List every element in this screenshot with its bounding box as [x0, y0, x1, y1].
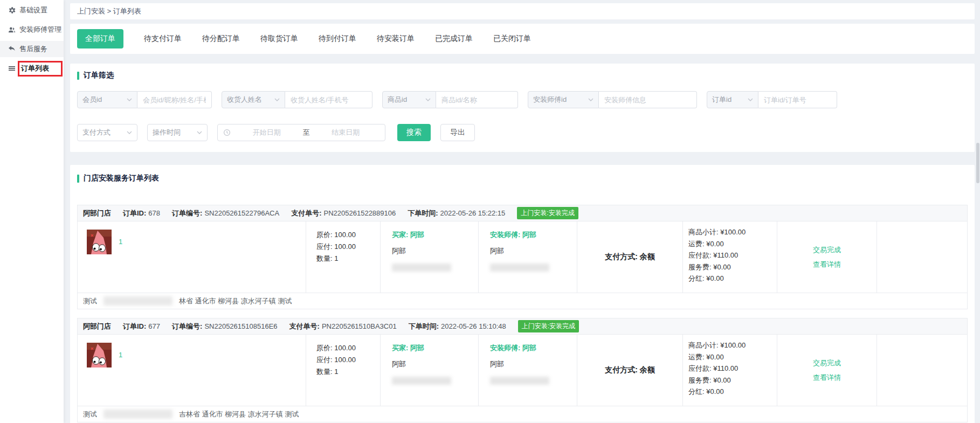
- sidebar-item-order-list[interactable]: 订单列表: [0, 60, 64, 77]
- member-id-input[interactable]: [137, 91, 212, 108]
- filter-goods-id-group: 商品id: [382, 91, 518, 108]
- price-quantity: 数量: 1: [316, 366, 380, 378]
- start-date-placeholder[interactable]: 开始日期: [233, 128, 301, 137]
- order-id: 订单ID:678: [123, 209, 160, 218]
- order-block-678: 阿部门店 订单ID:678 订单编号:SN2205261522796ACA 支付…: [77, 205, 968, 309]
- price-original: 原价: 100.00: [316, 229, 380, 241]
- sidebar: 基础设置 安装师傅管理 售后服务 订单列表: [0, 0, 64, 423]
- users-icon: [8, 26, 16, 33]
- tab-unpaid-orders[interactable]: 待支付订单: [144, 34, 182, 44]
- scrollbar-thumb[interactable]: [976, 143, 979, 183]
- tab-closed-orders[interactable]: 已关闭订单: [493, 34, 531, 44]
- chevron-down-icon: [748, 98, 753, 101]
- chevron-down-icon: [127, 98, 132, 101]
- sidebar-item-installer-management[interactable]: 安装师傅管理: [0, 22, 64, 38]
- installer-phone-blurred: [490, 377, 549, 385]
- tab-pickup-orders[interactable]: 待取货订单: [260, 34, 298, 44]
- product-cell: 1: [78, 335, 306, 406]
- tab-completed-orders[interactable]: 已完成订单: [435, 34, 473, 44]
- product-quantity: 1: [119, 238, 122, 246]
- select-value: 商品id: [388, 95, 407, 105]
- filter-row-1: 会员id 收货人姓名 商品id: [77, 91, 968, 108]
- installer-info-input[interactable]: [599, 91, 697, 108]
- gear-icon: [8, 6, 16, 14]
- order-address-row: 测试 林省 通化市 柳河县 凉水河子镇 测试: [78, 293, 967, 309]
- orders-section-title: 门店安装服务订单列表: [77, 174, 968, 183]
- empty-cell: [877, 335, 967, 406]
- order-no: 订单编号:SN2205261522796ACA: [172, 209, 279, 218]
- order-address-row: 测试 吉林省 通化市 柳河县 凉水河子镇 测试: [78, 406, 967, 422]
- installer-title: 安装师傅: 阿部: [490, 230, 577, 240]
- select-value: 支付方式: [82, 128, 111, 137]
- section-title-bar: [77, 72, 79, 80]
- select-value: 收货人姓名: [227, 95, 262, 105]
- order-block-677: 阿部门店 订单ID:677 订单编号:SN22052615108516E6 支付…: [77, 318, 968, 422]
- buyer-phone-blurred: [392, 377, 451, 385]
- goods-id-input[interactable]: [436, 91, 518, 108]
- order-id-input[interactable]: [758, 91, 837, 108]
- store-name[interactable]: 阿部门店: [83, 209, 111, 218]
- installer-cell: 安装师傅: 阿部 阿部: [479, 335, 577, 406]
- end-date-placeholder[interactable]: 结束日期: [312, 128, 380, 137]
- buyer-name: 阿部: [392, 359, 478, 369]
- order-body: 1 原价: 100.00 应付: 100.00 数量: 1 买家: 阿部 阿部 …: [78, 335, 967, 406]
- address-prefix: 测试: [83, 296, 97, 306]
- filter-receiver-name-group: 收货人姓名: [222, 91, 372, 108]
- tab-all-orders[interactable]: 全部订单: [77, 29, 123, 48]
- buyer-phone-blurred: [392, 263, 451, 272]
- store-install-order-list: 门店安装服务订单列表 阿部门店 订单ID:678 订单编号:SN22052615…: [70, 165, 975, 423]
- pay-no: 支付单号:PN2205261510BA3C01: [289, 322, 397, 331]
- price-original: 原价: 100.00: [316, 342, 380, 354]
- breadcrumb: 上门安装 > 订单列表: [70, 3, 975, 19]
- order-id-select[interactable]: 订单id: [707, 91, 758, 108]
- store-name[interactable]: 阿部门店: [83, 322, 111, 331]
- member-id-select[interactable]: 会员id: [77, 91, 137, 108]
- page-scrollbar[interactable]: [976, 0, 980, 423]
- view-detail-link[interactable]: 查看详情: [813, 373, 841, 383]
- amounts-cell: 商品小计: ¥100.00 运费: ¥0.00 应付款: ¥110.00 服务费…: [683, 221, 777, 293]
- installer-name: 阿部: [490, 359, 577, 369]
- section-title-bar: [77, 175, 79, 183]
- main-content: 上门安装 > 订单列表 全部订单 待支付订单 待分配订单 待取货订单 待到付订单…: [64, 0, 980, 423]
- select-value: 安装师傅id: [533, 95, 567, 105]
- product-cell: 1: [78, 221, 306, 293]
- sidebar-item-label: 基础设置: [19, 5, 47, 15]
- pay-method-select[interactable]: 支付方式: [77, 124, 137, 141]
- order-body: 1 原价: 100.00 应付: 100.00 数量: 1 买家: 阿部 阿部 …: [78, 221, 967, 293]
- tab-cod-orders[interactable]: 待到付订单: [319, 34, 356, 44]
- tab-pending-install-orders[interactable]: 待安装订单: [377, 34, 415, 44]
- amount-payable: 应付款: ¥110.00: [688, 249, 777, 261]
- chevron-down-icon: [197, 131, 202, 134]
- tab-unassigned-orders[interactable]: 待分配订单: [202, 34, 240, 44]
- receiver-name-input[interactable]: [285, 91, 372, 108]
- view-detail-link[interactable]: 查看详情: [813, 260, 841, 269]
- chevron-down-icon: [127, 131, 132, 134]
- sidebar-item-basic-settings[interactable]: 基础设置: [0, 2, 64, 18]
- installer-phone-blurred: [490, 263, 549, 272]
- installer-id-select[interactable]: 安装师傅id: [528, 91, 599, 108]
- price-quantity: 数量: 1: [316, 253, 380, 265]
- order-filter-panel: 订单筛选 会员id 收货人姓名 商品id: [70, 64, 975, 152]
- order-header: 阿部门店 订单ID:677 订单编号:SN22052615108516E6 支付…: [78, 318, 967, 335]
- export-button[interactable]: 导出: [440, 124, 475, 141]
- search-button[interactable]: 搜索: [397, 124, 431, 141]
- amount-subtotal: 商品小计: ¥100.00: [688, 226, 777, 238]
- sidebar-item-label: 售后服务: [19, 44, 47, 54]
- filter-title-text: 订单筛选: [84, 71, 114, 80]
- filter-installer-id-group: 安装师傅id: [528, 91, 697, 108]
- receiver-name-select[interactable]: 收货人姓名: [222, 91, 285, 108]
- goods-id-select[interactable]: 商品id: [382, 91, 436, 108]
- sidebar-item-label: 安装师傅管理: [19, 25, 61, 34]
- amount-service-fee: 服务费: ¥0.00: [688, 375, 777, 386]
- sidebar-item-aftersale-service[interactable]: 售后服务: [0, 41, 64, 57]
- amount-shipping: 运费: ¥0.00: [688, 238, 777, 250]
- date-range-picker[interactable]: 开始日期 至 结束日期: [217, 124, 385, 141]
- order-id: 订单ID:677: [123, 322, 160, 331]
- select-value: 会员id: [82, 95, 102, 105]
- aftersale-icon: [8, 45, 16, 53]
- amount-subtotal: 商品小计: ¥100.00: [688, 339, 777, 351]
- operate-time-select[interactable]: 操作时间: [147, 124, 208, 141]
- buyer-title: 买家: 阿部: [392, 230, 478, 240]
- filter-member-id-group: 会员id: [77, 91, 212, 108]
- breadcrumb-text: 上门安装 > 订单列表: [77, 7, 141, 15]
